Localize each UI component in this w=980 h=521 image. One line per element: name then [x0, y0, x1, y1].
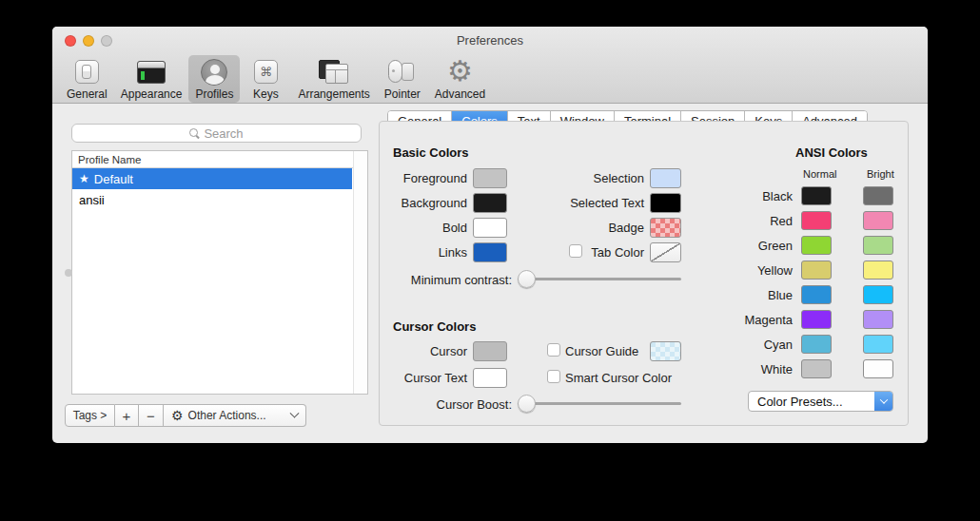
ansi-blue-normal-well[interactable] [801, 285, 832, 304]
ansi-normal-header: Normal [803, 168, 836, 180]
ansi-white-label: White [726, 362, 793, 376]
smart-cursor-color-checkbox[interactable] [547, 370, 560, 383]
chevron-down-icon [879, 396, 887, 403]
color-presets-label: Color Presets... [757, 395, 843, 409]
general-icon [75, 58, 99, 86]
colors-panel: Basic Colors Foreground Background Bold … [379, 121, 909, 426]
toolbar-item-appearance[interactable]: Appearance [114, 55, 189, 103]
ansi-black-normal-well[interactable] [801, 186, 832, 205]
ansi-yellow-bright-well[interactable] [863, 260, 893, 280]
toolbar-item-label: Appearance [121, 87, 183, 101]
color-presets-dropdown[interactable]: Color Presets... [748, 391, 893, 412]
toolbar-item-arrangements[interactable]: Arrangements [291, 55, 376, 103]
tab-color-checkbox[interactable] [569, 244, 582, 258]
advanced-gear-icon: ⚙ [447, 57, 473, 86]
remove-profile-button[interactable]: − [139, 404, 164, 427]
slider-knob[interactable] [518, 270, 536, 288]
badge-label: Badge [549, 221, 644, 235]
tags-button[interactable]: Tags > [65, 404, 115, 427]
profile-list: Profile Name ★ Default ansii [71, 150, 368, 395]
profile-list-header-label: Profile Name [78, 154, 141, 165]
profile-actions-bar: Tags > + − ⚙ Other Actions... [65, 404, 306, 427]
pointer-icon [388, 58, 417, 86]
pane-resize-handle[interactable] [65, 269, 72, 277]
cursor-guide-checkbox[interactable] [547, 343, 560, 357]
selected-text-color-well[interactable] [650, 193, 681, 213]
ansi-black-bright-well[interactable] [863, 186, 893, 205]
toolbar-item-label: Arrangements [298, 87, 369, 101]
foreground-label: Foreground [380, 171, 467, 185]
arrangements-icon [319, 58, 349, 86]
ansi-green-label: Green [726, 239, 793, 253]
appearance-icon [137, 58, 166, 86]
scrollbar[interactable] [353, 151, 367, 394]
window-chrome: Preferences General Appearance Profiles … [52, 27, 928, 104]
ansi-white-bright-well[interactable] [863, 359, 893, 378]
toolbar-item-advanced[interactable]: ⚙ Advanced [428, 55, 492, 103]
ansi-green-normal-well[interactable] [801, 236, 832, 255]
bold-color-well[interactable] [473, 218, 507, 238]
background-color-well[interactable] [473, 193, 507, 213]
ansi-magenta-normal-well[interactable] [801, 310, 832, 329]
toolbar-item-pointer[interactable]: Pointer [377, 55, 428, 103]
selected-text-label: Selected Text [549, 196, 644, 210]
slider-knob[interactable] [518, 395, 536, 413]
search-input[interactable]: Search [71, 124, 362, 143]
selection-label: Selection [549, 171, 644, 185]
foreground-color-well[interactable] [473, 168, 507, 188]
ansi-cyan-bright-well[interactable] [863, 335, 893, 354]
other-actions-dropdown[interactable]: ⚙ Other Actions... [164, 404, 306, 427]
minimum-contrast-slider[interactable] [518, 270, 681, 288]
ansi-red-label: Red [726, 214, 793, 228]
toolbar-item-general[interactable]: General [60, 55, 114, 103]
cursor-guide-color-well[interactable] [650, 341, 681, 361]
ansi-green-bright-well[interactable] [863, 236, 893, 255]
tab-color-label: Tab Color [587, 245, 644, 260]
ansi-red-bright-well[interactable] [863, 211, 893, 230]
cursor-text-color-well[interactable] [473, 368, 507, 388]
cursor-guide-label: Cursor Guide [565, 344, 644, 358]
tab-color-well[interactable] [650, 242, 681, 262]
cursor-boost-slider[interactable] [518, 395, 681, 413]
ansi-cyan-normal-well[interactable] [801, 335, 832, 354]
tags-button-label: Tags > [73, 409, 108, 422]
selection-color-well[interactable] [650, 168, 681, 188]
star-icon: ★ [79, 172, 89, 185]
ansi-white-normal-well[interactable] [801, 359, 832, 378]
ansi-magenta-bright-well[interactable] [863, 310, 893, 329]
gear-icon: ⚙ [171, 408, 184, 423]
profile-row-label: Default [94, 172, 133, 186]
cursor-label: Cursor [380, 344, 467, 358]
bold-label: Bold [380, 221, 467, 235]
profile-list-header[interactable]: Profile Name [72, 151, 367, 168]
links-label: Links [380, 245, 467, 260]
profile-row-default[interactable]: ★ Default [72, 168, 352, 189]
profile-row-ansii[interactable]: ansii [72, 189, 352, 210]
toolbar-item-label: Pointer [384, 87, 421, 101]
keys-icon: ⌘ [254, 58, 278, 86]
search-icon [189, 128, 200, 139]
links-color-well[interactable] [473, 242, 507, 262]
add-profile-button[interactable]: + [115, 404, 139, 427]
ansi-bright-header: Bright [867, 168, 894, 180]
smart-cursor-color-label: Smart Cursor Color [565, 371, 698, 385]
ansi-yellow-normal-well[interactable] [801, 260, 832, 280]
badge-color-well[interactable] [650, 218, 681, 238]
ansi-black-label: Black [726, 189, 793, 203]
cursor-boost-label: Cursor Boost: [380, 397, 512, 412]
titlebar[interactable]: Preferences [52, 27, 928, 53]
ansi-red-normal-well[interactable] [801, 211, 832, 230]
toolbar-item-profiles[interactable]: Profiles [188, 55, 240, 103]
chevron-down-icon [290, 408, 300, 417]
ansi-magenta-label: Magenta [726, 313, 793, 327]
toolbar-item-label: Keys [253, 87, 279, 101]
remove-button-label: − [147, 408, 155, 424]
toolbar-item-label: General [67, 87, 108, 101]
other-actions-label: Other Actions... [188, 409, 266, 422]
cursor-color-well[interactable] [473, 341, 507, 361]
basic-colors-title: Basic Colors [393, 145, 468, 160]
toolbar: General Appearance Profiles ⌘ Keys Arran… [60, 55, 492, 103]
toolbar-item-keys[interactable]: ⌘ Keys [240, 55, 291, 103]
ansi-blue-label: Blue [726, 288, 793, 302]
ansi-blue-bright-well[interactable] [863, 285, 893, 304]
